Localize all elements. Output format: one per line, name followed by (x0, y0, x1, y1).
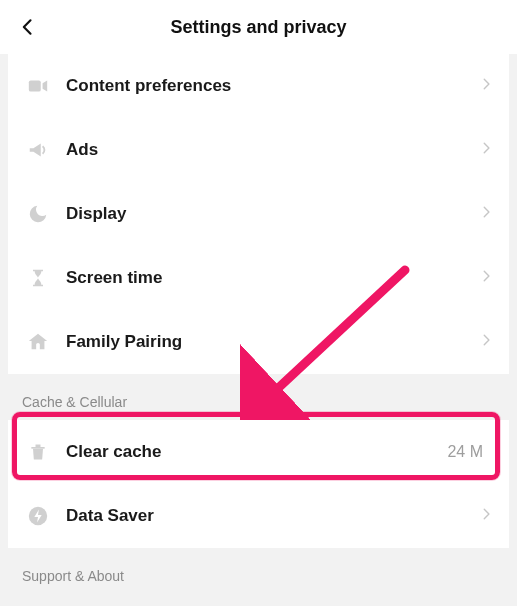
row-label: Content preferences (66, 76, 479, 96)
back-button[interactable] (6, 5, 50, 49)
page-title: Settings and privacy (0, 17, 517, 38)
row-screen-time[interactable]: Screen time (8, 246, 509, 310)
row-label: Data Saver (66, 506, 479, 526)
settings-group-general: Content preferences Ads Display (8, 54, 509, 374)
home-icon (24, 328, 52, 356)
row-content-preferences[interactable]: Content preferences (8, 54, 509, 118)
chevron-right-icon (479, 141, 493, 159)
row-label: Family Pairing (66, 332, 479, 352)
hourglass-icon (24, 264, 52, 292)
row-clear-cache[interactable]: Clear cache 24 M (8, 420, 509, 484)
trash-icon (24, 438, 52, 466)
row-data-saver[interactable]: Data Saver (8, 484, 509, 548)
megaphone-icon (24, 136, 52, 164)
section-title-cache: Cache & Cellular (0, 374, 517, 420)
chevron-right-icon (479, 205, 493, 223)
moon-icon (24, 200, 52, 228)
chevron-right-icon (479, 333, 493, 351)
chevron-right-icon (479, 77, 493, 95)
chevron-left-icon (18, 17, 38, 37)
svg-rect-0 (29, 81, 41, 92)
settings-group-cache: Clear cache 24 M Data Saver (8, 420, 509, 548)
row-label: Screen time (66, 268, 479, 288)
cache-size-value: 24 M (447, 443, 483, 461)
row-display[interactable]: Display (8, 182, 509, 246)
chevron-right-icon (479, 269, 493, 287)
video-icon (24, 72, 52, 100)
bolt-icon (24, 502, 52, 530)
chevron-right-icon (479, 507, 493, 525)
row-ads[interactable]: Ads (8, 118, 509, 182)
row-label: Clear cache (66, 442, 447, 462)
row-family-pairing[interactable]: Family Pairing (8, 310, 509, 374)
settings-screen: Settings and privacy Content preferences… (0, 0, 517, 606)
section-title-support: Support & About (0, 548, 517, 594)
row-label: Ads (66, 140, 479, 160)
header-bar: Settings and privacy (0, 0, 517, 54)
row-label: Display (66, 204, 479, 224)
